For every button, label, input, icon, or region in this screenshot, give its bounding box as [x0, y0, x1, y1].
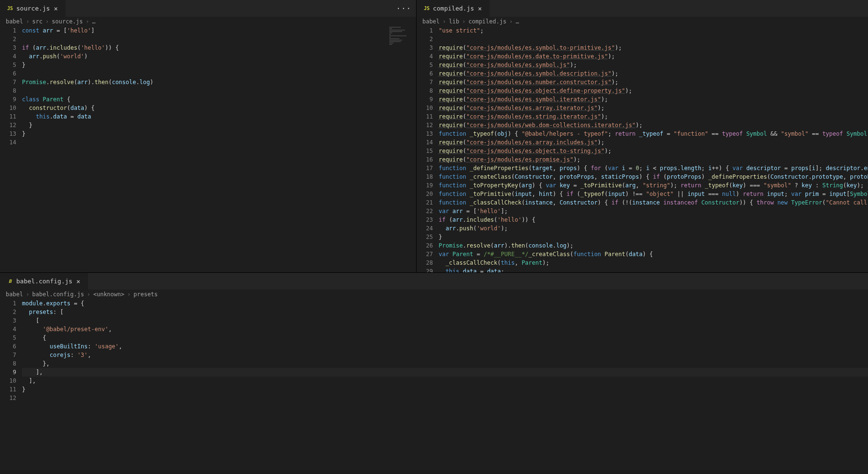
- code-area[interactable]: "use strict"; require("core-js/modules/e…: [439, 26, 868, 272]
- tab-label: compiled.js: [433, 5, 474, 12]
- editor-pane-config: B babel.config.js × babel›babel.config.j…: [0, 272, 868, 474]
- breadcrumb-segment[interactable]: compiled.js: [468, 18, 506, 25]
- code-area[interactable]: const arr = ['hello'] if (arr.includes('…: [22, 26, 416, 272]
- breadcrumb-segment[interactable]: babel: [6, 291, 23, 298]
- js-icon: JS: [7, 5, 13, 12]
- close-icon[interactable]: ×: [477, 5, 483, 12]
- more-actions-icon[interactable]: ···: [396, 4, 411, 13]
- babel-icon: B: [7, 278, 13, 285]
- editor-pane-source: JS source.js × ··· babel›src›source.js›……: [0, 0, 417, 272]
- breadcrumb-segment[interactable]: babel: [422, 18, 439, 25]
- line-gutter: 1234567891011121314151617181920212223242…: [417, 26, 439, 272]
- breadcrumb-segment[interactable]: babel: [6, 18, 23, 25]
- editor-compiled[interactable]: 1234567891011121314151617181920212223242…: [417, 26, 868, 272]
- line-gutter: 1234567891011121314: [0, 26, 22, 272]
- close-icon[interactable]: ×: [75, 278, 81, 285]
- tab-bar-bottom: B babel.config.js ×: [0, 273, 868, 290]
- tab-bar-left: JS source.js × ···: [0, 0, 416, 17]
- breadcrumb[interactable]: babel›lib›compiled.js›…: [417, 17, 868, 26]
- breadcrumb-segment[interactable]: babel.config.js: [32, 291, 84, 298]
- editor-source[interactable]: 1234567891011121314 const arr = ['hello'…: [0, 26, 416, 272]
- tab-label: source.js: [16, 5, 50, 12]
- editor-config[interactable]: 123456789101112 module.exports = { prese…: [0, 299, 868, 474]
- editor-pane-compiled: JS compiled.js × babel›lib›compiled.js›……: [417, 0, 868, 272]
- tab-source-js[interactable]: JS source.js ×: [0, 0, 66, 17]
- breadcrumb-segment[interactable]: lib: [449, 18, 460, 25]
- breadcrumb[interactable]: babel›babel.config.js›<unknown>›presets: [0, 290, 868, 299]
- breadcrumb-segment[interactable]: source.js: [52, 18, 83, 25]
- tab-babel-config[interactable]: B babel.config.js ×: [0, 273, 88, 290]
- breadcrumb-segment[interactable]: …: [92, 18, 96, 25]
- tab-bar-right: JS compiled.js ×: [417, 0, 868, 17]
- close-icon[interactable]: ×: [53, 5, 58, 12]
- breadcrumb[interactable]: babel›src›source.js›…: [0, 17, 416, 26]
- breadcrumb-segment[interactable]: <unknown>: [93, 291, 124, 298]
- breadcrumb-segment[interactable]: …: [516, 18, 519, 25]
- tab-compiled-js[interactable]: JS compiled.js ×: [417, 0, 490, 17]
- tab-label: babel.config.js: [16, 278, 72, 285]
- line-gutter: 123456789101112: [0, 299, 22, 474]
- js-icon: JS: [423, 5, 430, 12]
- code-area[interactable]: module.exports = { presets: [ [ '@babel/…: [22, 299, 868, 474]
- breadcrumb-segment[interactable]: presets: [133, 291, 158, 298]
- breadcrumb-segment[interactable]: src: [32, 18, 43, 25]
